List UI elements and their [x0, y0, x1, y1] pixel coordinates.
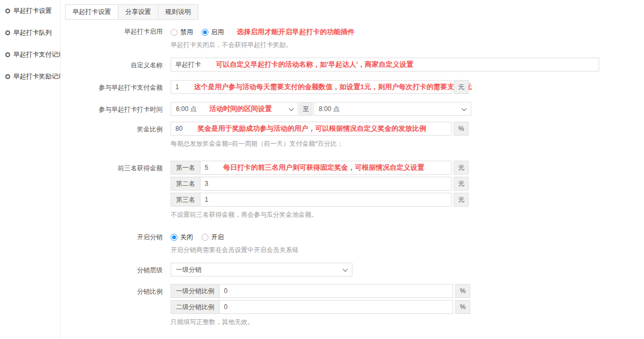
top3-second-value: 3	[205, 180, 208, 187]
enable-help: 早起打卡关闭后，不会获得早起打卡奖励。	[171, 41, 644, 50]
bonus-ratio-label: 奖金比例	[65, 122, 171, 148]
bonus-ratio-hint: 奖金是用于奖励成功参与活动的用户，可以根据情况自定义奖金的发放比例	[197, 124, 426, 133]
settings-form: 早起打卡启用 禁用 启用 选择启用才能开启早起打卡的功能插件 早起打卡关闭后，不…	[65, 27, 644, 339]
custom-name-label: 自定义名称	[65, 58, 171, 72]
row-custom-name: 自定义名称 早起打卡 可以自定义早起打卡的活动名称，如'早起达人'，商家自定义设…	[65, 58, 644, 72]
enable-radio-disable[interactable]: 禁用	[171, 28, 193, 37]
tab-rules[interactable]: 规则说明	[158, 4, 198, 20]
row-top3: 前三名获得金额 第一名 5 每日打卡的前三名用户则可获得固定奖金，可根据情况自定…	[65, 161, 644, 219]
circle-icon	[5, 52, 10, 57]
main-content: 早起打卡设置 分享设置 规则说明 早起打卡启用 禁用 启用 选择启用才能开启早起…	[65, 0, 644, 339]
radio-label: 禁用	[180, 28, 193, 37]
sidebar-item-label: 早起打卡奖励记录	[13, 72, 60, 81]
pay-amount-input[interactable]: 1 这个是用户参与活动每天需要支付的金额数值，如设置1元，则用户每次打卡的需要支…	[171, 80, 452, 94]
top3-second-input[interactable]: 3	[200, 177, 452, 191]
ratio-level2-unit: %	[455, 300, 470, 314]
sidebar-item-checkin-queue[interactable]: 早起打卡队列	[0, 22, 60, 44]
ratio-level2-name: 二级分销比例	[171, 300, 220, 314]
sidebar-item-label: 早起打卡设置	[13, 6, 52, 15]
chevron-down-icon	[343, 266, 348, 272]
top3-first-unit: 元	[454, 161, 469, 175]
top3-third-name: 第三名	[171, 193, 200, 207]
ratio-label: 分销比例	[65, 284, 171, 327]
checkin-time-hint: 活动时间的区间设置	[210, 104, 272, 114]
sidebar-item-payment-records[interactable]: 早起打卡支付记录	[0, 44, 60, 66]
pay-amount-label: 参与早起打卡支付金额	[65, 80, 171, 94]
bonus-ratio-value: 80	[175, 125, 182, 132]
circle-icon	[5, 30, 10, 35]
tab-checkin-settings[interactable]: 早起打卡设置	[65, 4, 118, 20]
checkin-time-start-value: 6:00 点	[176, 105, 197, 114]
chevron-down-icon	[289, 106, 294, 111]
custom-name-input[interactable]: 早起打卡 可以自定义早起打卡的活动名称，如'早起达人'，商家自定义设置	[171, 58, 599, 72]
sidebar: 早起打卡设置 早起打卡队列 早起打卡支付记录 早起打卡奖励记录	[0, 0, 61, 339]
distribution-help: 开启分销商需要在会员设置中开启会员关系链	[171, 246, 644, 255]
checkin-time-end-value: 8:00 点	[319, 105, 340, 114]
pay-amount-hint: 这个是用户参与活动每天需要支付的金额数值，如设置1元，则用户每次打卡的需要支付1…	[194, 82, 472, 92]
row-distribution: 开启分销 关闭 开启 开启分销商需要在会员设置中开启会员关系链	[65, 233, 644, 255]
top3-row-first: 第一名 5 每日打卡的前三名用户则可获得固定奖金，可根据情况自定义设置 元	[171, 161, 644, 175]
sidebar-item-reward-records[interactable]: 早起打卡奖励记录	[0, 66, 60, 88]
top3-row-second: 第二名 3 元	[171, 177, 644, 191]
pay-amount-unit: 元	[454, 80, 469, 94]
level-label: 分销层级	[65, 263, 171, 277]
distribution-radio-on[interactable]: 开启	[202, 233, 224, 242]
checkin-time-label: 参与早起打卡打卡时间	[65, 102, 171, 116]
sidebar-item-label: 早起打卡队列	[13, 28, 52, 37]
checkin-time-separator: 至	[300, 102, 312, 116]
top3-second-name: 第二名	[171, 177, 200, 191]
top3-help: 不设置前三名获得金额，将会参与瓜分奖金池金额。	[171, 210, 644, 219]
distribution-radio-off[interactable]: 关闭	[171, 233, 193, 242]
top3-first-input[interactable]: 5 每日打卡的前三名用户则可获得固定奖金，可根据情况自定义设置	[200, 161, 452, 175]
ratio-level2-value: 0	[224, 303, 228, 311]
top3-label: 前三名获得金额	[65, 161, 171, 219]
distribution-label: 开启分销	[65, 233, 171, 255]
ratio-help: 只能填写正整数，其他无效。	[171, 318, 644, 327]
sidebar-item-checkin-settings[interactable]: 早起打卡设置	[0, 0, 60, 22]
bonus-ratio-help: 每期总发放奖金金额=前一周期（前一天）支付金额*百分比；	[171, 139, 644, 148]
enable-hint: 选择启用才能开启早起打卡的功能插件	[237, 27, 355, 37]
circle-icon	[5, 9, 10, 13]
radio-checked-icon	[202, 29, 208, 36]
ratio-level1-name: 一级分销比例	[171, 284, 220, 298]
top3-row-third: 第三名 1 元	[171, 193, 644, 207]
top3-third-unit: 元	[454, 193, 469, 207]
row-ratio: 分销比例 一级分销比例 0 % 二级分销比例 0 % 只能填写正整数，其他无效。	[65, 284, 644, 327]
tab-bar: 早起打卡设置 分享设置 规则说明	[65, 4, 644, 20]
ratio-row-level1: 一级分销比例 0 %	[171, 284, 644, 298]
radio-label: 启用	[211, 28, 224, 37]
checkin-time-start-select[interactable]: 6:00 点 活动时间的区间设置	[171, 102, 299, 116]
radio-label: 关闭	[180, 233, 193, 242]
custom-name-value: 早起打卡	[175, 60, 201, 69]
top3-first-value: 5	[205, 164, 208, 171]
sidebar-item-label: 早起打卡支付记录	[13, 50, 60, 59]
row-pay-amount: 参与早起打卡支付金额 1 这个是用户参与活动每天需要支付的金额数值，如设置1元，…	[65, 80, 644, 94]
top3-first-name: 第一名	[171, 161, 200, 175]
ratio-level1-input[interactable]: 0	[219, 284, 453, 298]
ratio-row-level2: 二级分销比例 0 %	[171, 300, 644, 314]
level-select[interactable]: 一级分销	[171, 263, 352, 277]
enable-label: 早起打卡启用	[65, 27, 171, 50]
radio-unchecked-icon	[202, 234, 208, 241]
ratio-level2-input[interactable]: 0	[219, 300, 453, 314]
row-level: 分销层级 一级分销	[65, 263, 644, 277]
tab-share-settings[interactable]: 分享设置	[118, 4, 158, 20]
ratio-level1-unit: %	[455, 284, 470, 298]
checkin-time-end-select[interactable]: 8:00 点	[313, 102, 471, 116]
ratio-level1-value: 0	[224, 287, 228, 295]
enable-radio-enable[interactable]: 启用	[202, 28, 224, 37]
top3-third-input[interactable]: 1	[200, 193, 452, 207]
row-enable: 早起打卡启用 禁用 启用 选择启用才能开启早起打卡的功能插件 早起打卡关闭后，不…	[65, 27, 644, 50]
chevron-down-icon	[462, 106, 467, 111]
row-bonus-ratio: 奖金比例 80 奖金是用于奖励成功参与活动的用户，可以根据情况自定义奖金的发放比…	[65, 122, 644, 148]
level-value: 一级分销	[176, 265, 202, 274]
bonus-ratio-input[interactable]: 80 奖金是用于奖励成功参与活动的用户，可以根据情况自定义奖金的发放比例	[171, 122, 452, 136]
circle-icon	[5, 74, 10, 79]
top3-third-value: 1	[205, 196, 208, 203]
radio-checked-icon	[171, 234, 178, 241]
top3-second-unit: 元	[454, 177, 469, 191]
top3-hint: 每日打卡的前三名用户则可获得固定奖金，可根据情况自定义设置	[223, 163, 424, 172]
row-checkin-time: 参与早起打卡打卡时间 6:00 点 活动时间的区间设置 至 8:00 点	[65, 102, 644, 116]
radio-label: 开启	[211, 233, 224, 242]
custom-name-hint: 可以自定义早起打卡的活动名称，如'早起达人'，商家自定义设置	[216, 60, 413, 69]
